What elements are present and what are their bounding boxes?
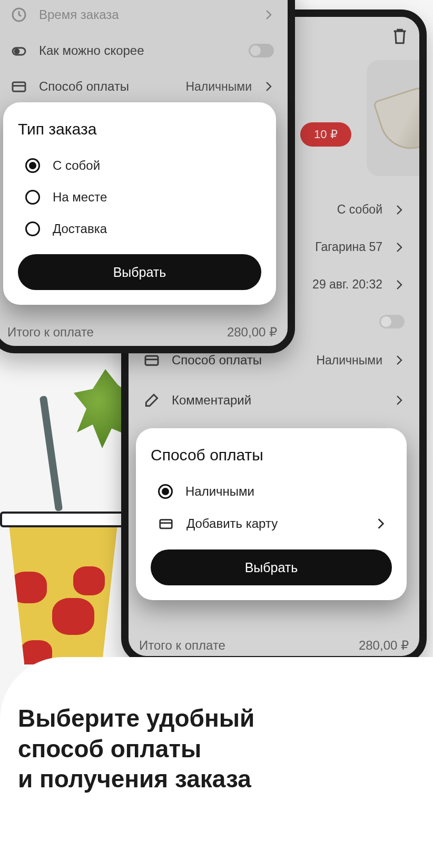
- option-label: Доставка: [53, 221, 107, 236]
- option-label: На месте: [53, 190, 107, 205]
- payment-option-add-card[interactable]: Добавить карту: [151, 507, 392, 540]
- svg-rect-5: [160, 520, 172, 528]
- order-type-title: Тип заказа: [18, 120, 261, 138]
- cup-art: [3, 485, 124, 664]
- order-type-option-dinein[interactable]: На месте: [18, 181, 261, 213]
- select-button[interactable]: Выбрать: [151, 549, 392, 585]
- option-label: С собой: [53, 158, 100, 173]
- order-type-option-delivery[interactable]: Доставка: [18, 213, 261, 245]
- option-label: Добавить карту: [186, 516, 365, 531]
- payment-dialog-title: Способ оплаты: [151, 446, 392, 464]
- radio-selected-icon: [25, 158, 40, 173]
- card-icon: [158, 516, 174, 532]
- chevron-right-icon: [377, 518, 385, 529]
- payment-method-dialog: Способ оплаты Наличными Добавить карту В…: [136, 428, 407, 600]
- radio-selected-icon: [158, 484, 173, 499]
- order-type-dialog: Тип заказа С собой На месте Доставка Выб…: [3, 102, 276, 305]
- promo-headline: Выберите удобный способ оплаты и получен…: [18, 703, 415, 795]
- radio-unselected-icon: [25, 190, 40, 205]
- order-type-option-takeaway[interactable]: С собой: [18, 150, 261, 181]
- payment-option-cash[interactable]: Наличными: [151, 476, 392, 507]
- radio-unselected-icon: [25, 221, 40, 236]
- option-label: Наличными: [185, 484, 254, 499]
- promo-banner: Выберите удобный способ оплаты и получен…: [0, 657, 433, 868]
- select-button[interactable]: Выбрать: [18, 254, 261, 290]
